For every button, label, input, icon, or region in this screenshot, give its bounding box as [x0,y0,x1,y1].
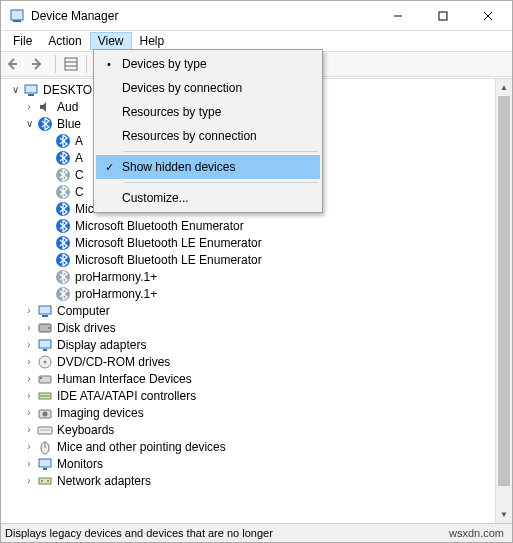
category-icon [37,320,53,336]
tree-label: DVD/CD-ROM drives [57,355,170,369]
svg-rect-41 [43,468,47,470]
scroll-up-button[interactable]: ▲ [496,79,512,96]
tree-category[interactable]: ›Computer [1,302,495,319]
svg-point-25 [48,327,50,329]
category-icon [37,303,53,319]
menu-separator [124,182,318,183]
svg-point-43 [41,480,43,482]
menu-label: Resources by type [122,105,221,119]
tree-label: IDE ATA/ATAPI controllers [57,389,196,403]
svg-rect-31 [40,377,42,379]
tree-category[interactable]: ›Monitors [1,455,495,472]
tree-item[interactable]: ›proHarmony.1+ [1,285,495,302]
menu-label: Customize... [122,191,189,205]
forward-button[interactable] [29,53,51,75]
tree-label: Display adapters [57,338,146,352]
tree-label: A [75,151,83,165]
svg-rect-22 [39,306,51,314]
window-title: Device Manager [31,9,375,23]
bluetooth-icon [55,167,71,183]
svg-rect-3 [439,12,447,20]
minimize-button[interactable] [375,1,420,30]
bluetooth-icon [55,150,71,166]
bluetooth-icon [55,252,71,268]
category-icon [37,337,53,353]
category-icon [37,473,53,489]
menu-action[interactable]: Action [40,32,89,50]
tree-label: proHarmony.1+ [75,287,157,301]
tree-category[interactable]: ›Disk drives [1,319,495,336]
menu-view-option[interactable]: Devices by connection [96,76,320,100]
computer-icon [23,82,39,98]
bluetooth-icon [55,201,71,217]
tree-label: Computer [57,304,110,318]
svg-rect-10 [28,94,34,96]
scroll-down-button[interactable]: ▼ [496,506,512,523]
category-icon [37,439,53,455]
tree-category[interactable]: ›Imaging devices [1,404,495,421]
svg-point-44 [47,480,49,482]
view-menu-dropdown: •Devices by typeDevices by connectionRes… [93,49,323,213]
tree-item[interactable]: ›proHarmony.1+ [1,268,495,285]
expander-icon[interactable]: › [23,373,35,385]
expander-icon[interactable]: › [23,339,35,351]
tree-label: proHarmony.1+ [75,270,157,284]
expander-icon[interactable]: ∨ [9,84,21,96]
bluetooth-icon [55,184,71,200]
status-source: wsxdn.com [441,527,512,539]
expander-icon[interactable]: › [23,458,35,470]
tree-category[interactable]: ›Human Interface Devices [1,370,495,387]
status-bar: Displays legacy devices and devices that… [1,523,512,542]
menu-help[interactable]: Help [132,32,173,50]
bluetooth-icon [55,269,71,285]
svg-point-35 [43,411,48,416]
tree-label: Human Interface Devices [57,372,192,386]
tree-label: Mice and other pointing devices [57,440,226,454]
expander-icon[interactable]: › [23,441,35,453]
tree-category[interactable]: ›IDE ATA/ATAPI controllers [1,387,495,404]
scroll-thumb[interactable] [498,96,510,486]
expander-icon[interactable]: › [23,356,35,368]
menu-view-option[interactable]: Resources by connection [96,124,320,148]
tree-label: Imaging devices [57,406,144,420]
menu-view[interactable]: View [90,32,132,50]
vertical-scrollbar[interactable]: ▲ ▼ [495,79,512,523]
back-button[interactable] [5,53,27,75]
menu-file[interactable]: File [5,32,40,50]
tree-category[interactable]: ›DVD/CD-ROM drives [1,353,495,370]
tree-label: Blue [57,117,81,131]
category-icon [37,456,53,472]
tree-label: Keyboards [57,423,114,437]
menu-customize[interactable]: Customize... [96,186,320,210]
menu-view-option[interactable]: Resources by type [96,100,320,124]
tree-category[interactable]: ›Network adapters [1,472,495,489]
expander-icon[interactable]: › [23,424,35,436]
tree-category[interactable]: ›Display adapters [1,336,495,353]
details-button[interactable] [60,53,82,75]
tree-label: A [75,134,83,148]
expander-icon[interactable]: › [23,305,35,317]
tree-item[interactable]: ›Microsoft Bluetooth LE Enumerator [1,251,495,268]
expander-icon[interactable]: › [23,475,35,487]
expander-icon[interactable]: › [23,101,35,113]
tree-category[interactable]: ›Keyboards [1,421,495,438]
maximize-button[interactable] [420,1,465,30]
menu-label: Devices by type [122,57,207,71]
expander-icon[interactable]: ∨ [23,118,35,130]
category-icon [37,388,53,404]
menu-view-option[interactable]: •Devices by type [96,52,320,76]
expander-icon[interactable]: › [23,390,35,402]
svg-rect-0 [11,10,23,20]
tree-item[interactable]: ›Microsoft Bluetooth LE Enumerator [1,234,495,251]
toolbar-separator [55,55,56,73]
tree-label: Microsoft Bluetooth LE Enumerator [75,236,262,250]
expander-icon[interactable]: › [23,407,35,419]
close-button[interactable] [465,1,510,30]
tree-label: C [75,185,84,199]
expander-icon[interactable]: › [23,322,35,334]
svg-rect-23 [42,315,48,317]
window-buttons [375,1,510,30]
tree-item[interactable]: ›Microsoft Bluetooth Enumerator [1,217,495,234]
menu-show-hidden[interactable]: ✓ Show hidden devices [96,155,320,179]
tree-category[interactable]: ›Mice and other pointing devices [1,438,495,455]
